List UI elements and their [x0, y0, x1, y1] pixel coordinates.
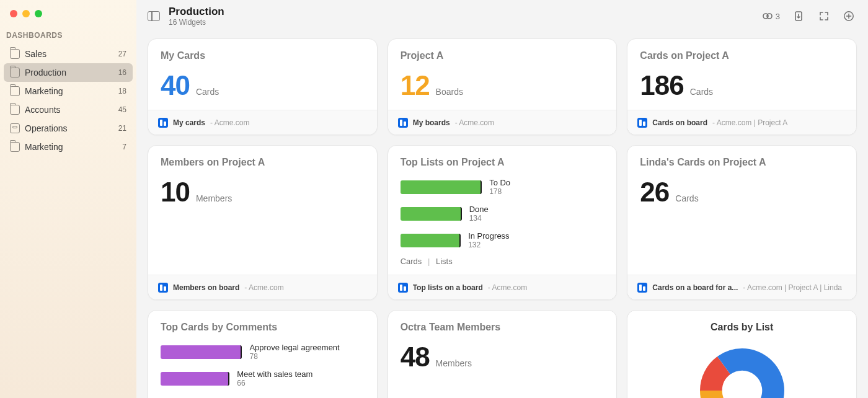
source-name: My boards: [413, 118, 450, 127]
metric-unit: Members: [436, 358, 472, 368]
trello-icon: [158, 283, 168, 293]
trello-icon: [637, 118, 647, 128]
widget-title: Top Cards by Comments: [161, 322, 365, 333]
sidebar-item-label: Marketing: [25, 142, 63, 152]
donut-slice: [700, 391, 730, 398]
source-path: - Acme.com: [488, 283, 527, 292]
sidebar-item-count: 18: [118, 87, 126, 95]
bar: [401, 207, 462, 221]
donut-slice: [742, 348, 784, 398]
presence-count: 3: [776, 12, 780, 21]
bar: [161, 345, 242, 359]
sidebar-item-count: 7: [122, 143, 126, 151]
sidebar-item-production[interactable]: Production 16: [4, 63, 133, 82]
sidebar-item-label: Operations: [25, 123, 67, 133]
sidebar-item-count: 21: [118, 124, 126, 133]
page-title-stack: Production 16 Widgets: [169, 6, 224, 27]
trello-icon: [158, 118, 168, 128]
source-path: - Acme.com | Project A | Linda: [743, 283, 842, 292]
folder-icon: [10, 105, 20, 115]
source-name: Cards on board: [652, 118, 707, 127]
fullscreen-button[interactable]: [816, 8, 832, 24]
sidebar-item-label: Sales: [25, 49, 46, 59]
source-name: Top lists on a board: [413, 283, 483, 292]
donut-chart: [640, 338, 844, 398]
filter-cards[interactable]: Cards: [401, 257, 422, 266]
bar-meta: To Do178: [489, 178, 510, 196]
page-subtitle: 16 Widgets: [169, 18, 224, 27]
source-path: - Acme.com: [455, 118, 494, 127]
widget-project-a[interactable]: Project A 12 Boards My boards - Acme.com: [388, 38, 618, 135]
widget-octra-team-members[interactable]: Octra Team Members 48 Members: [388, 310, 618, 398]
sidebar-item-count: 45: [118, 105, 126, 114]
widget-title: Top Lists on Project A: [401, 157, 604, 168]
widget-title: Members on Project A: [161, 157, 365, 168]
metric-value: 40: [161, 70, 190, 101]
sidebar-item-marketing[interactable]: Marketing 7: [4, 138, 133, 156]
add-widget-button[interactable]: [841, 8, 857, 24]
trello-icon: [637, 283, 647, 293]
presence-button[interactable]: 3: [760, 8, 782, 24]
sidebar-item-accounts[interactable]: Accounts 45: [4, 100, 133, 119]
export-button[interactable]: [791, 8, 807, 24]
widget-cards-on-project-a[interactable]: Cards on Project A 186 Cards Cards on bo…: [627, 38, 857, 135]
sidebar-item-label: Production: [25, 68, 66, 77]
sidebar-item-label: Marketing: [25, 86, 63, 96]
bar-meta: Meet with sales team66: [237, 369, 312, 387]
minimize-window-button[interactable]: [22, 10, 30, 17]
close-window-button[interactable]: [10, 10, 17, 17]
widget-top-cards-by-comments[interactable]: Top Cards by Comments Approve legal agre…: [148, 310, 378, 398]
fullscreen-icon: [818, 11, 830, 22]
widget-title: Project A: [401, 50, 604, 61]
widget-cards-by-list[interactable]: Cards by List: [627, 310, 857, 398]
sidebar-section-label: DASHBOARDS: [0, 31, 136, 45]
sidebar-item-label: Accounts: [25, 105, 61, 115]
widget-title: Cards by List: [640, 322, 844, 333]
widget-top-lists[interactable]: Top Lists on Project A To Do178 Done134 …: [388, 145, 618, 300]
metric-unit: Cards: [675, 193, 698, 203]
bar-meta: Approve legal agreement78: [249, 343, 339, 361]
folder-icon: [10, 142, 20, 152]
bar: [401, 234, 461, 247]
metric-value: 26: [640, 177, 669, 208]
bar-row: Meet with sales team66: [161, 369, 365, 387]
bar: [401, 180, 482, 194]
svg-point-1: [767, 14, 772, 19]
bar-meta: In Progress132: [468, 231, 509, 249]
metric-value: 186: [640, 70, 683, 101]
metric-value: 12: [401, 70, 430, 101]
window-controls: [0, 0, 136, 31]
bar-row: In Progress132: [401, 231, 604, 249]
toggle-sidebar-icon[interactable]: [148, 11, 160, 21]
folder-icon: [10, 68, 20, 77]
folder-icon: [10, 49, 20, 59]
sidebar-item-sales[interactable]: Sales 27: [4, 45, 133, 63]
sidebar-item-count: 16: [118, 68, 126, 77]
main-area: Production 16 Widgets 3: [136, 0, 868, 398]
widget-grid: My Cards 40 Cards My cards - Acme.com Pr…: [136, 32, 868, 398]
bar-meta: Done134: [469, 205, 489, 223]
source-path: - Acme.com: [244, 283, 283, 292]
sidebar-item-marketing[interactable]: Marketing 18: [4, 82, 133, 100]
filter-lists[interactable]: Lists: [436, 257, 453, 266]
metric-unit: Cards: [690, 87, 713, 97]
widget-my-cards[interactable]: My Cards 40 Cards My cards - Acme.com: [148, 38, 378, 135]
metric-unit: Cards: [196, 87, 219, 97]
titlebar: Production 16 Widgets 3: [136, 0, 868, 32]
widget-title: My Cards: [161, 50, 365, 61]
source-name: Members on board: [173, 283, 239, 292]
sidebar-item-operations[interactable]: Operations 21: [4, 119, 133, 138]
widget-lindas-cards[interactable]: Linda's Cards on Project A 26 Cards Card…: [627, 145, 857, 300]
export-icon: [794, 11, 805, 22]
plus-circle-icon: [843, 11, 854, 22]
metric-unit: Boards: [436, 87, 463, 97]
trello-icon: [398, 283, 408, 293]
source-name: Cards on a board for a...: [652, 283, 738, 292]
widget-title: Octra Team Members: [401, 322, 604, 333]
bar-row: To Do178: [401, 178, 604, 196]
widget-members-on-project-a[interactable]: Members on Project A 10 Members Members …: [148, 145, 378, 300]
widget-title: Cards on Project A: [640, 50, 844, 61]
source-name: My cards: [173, 118, 205, 127]
sidebar-item-count: 27: [118, 50, 126, 58]
maximize-window-button[interactable]: [35, 10, 42, 17]
